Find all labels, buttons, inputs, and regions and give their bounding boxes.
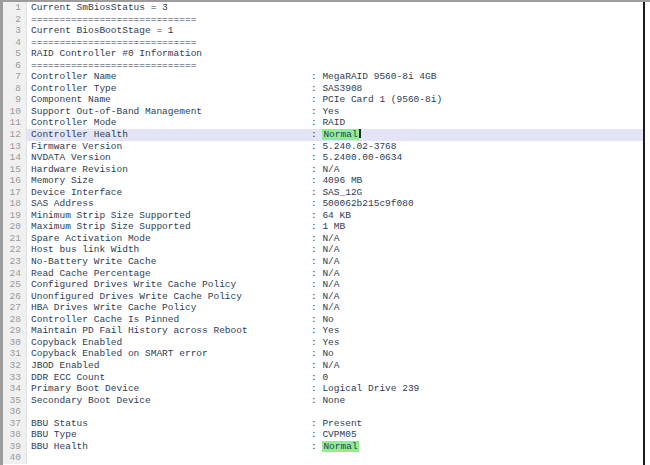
code-line[interactable]: 3 Current BiosBootStage = 1 [3, 25, 643, 37]
code-line[interactable]: 34 Primary Boot Device: Logical Drive 23… [3, 383, 643, 395]
text-viewer-pane[interactable]: 1 Current SmBiosStatus = 3 2 ===========… [0, 2, 645, 465]
line-number: 3 [3, 25, 27, 37]
field-value: PCIe Card 1 (9560-8i) [322, 94, 442, 105]
field-label: Controller Mode [31, 117, 311, 129]
field-value: CVPM05 [322, 429, 356, 440]
line-number: 35 [3, 395, 27, 407]
field-label: Controller Cache Is Pinned [31, 314, 311, 326]
field-value: N/A [322, 164, 339, 175]
line-number: 15 [3, 164, 27, 176]
line-number: 31 [3, 348, 27, 360]
field-label: NVDATA Version [31, 152, 311, 164]
code-line[interactable]: 36 [3, 406, 643, 418]
line-number: 10 [3, 106, 27, 118]
line-content: Controller Cache Is Pinned: No [27, 314, 643, 326]
line-content: Maximum Strip Size Supported: 1 MB [27, 221, 643, 233]
field-label: Copyback Enabled [31, 337, 311, 349]
code-line[interactable]: 25 Configured Drives Write Cache Policy:… [3, 279, 643, 291]
line-content: BBU Type: CVPM05 [27, 429, 643, 441]
code-line[interactable]: 35 Secondary Boot Device: None [3, 395, 643, 407]
line-number: 8 [3, 83, 27, 95]
code-line[interactable]: 10 Support Out-of-Band Management: Yes [3, 106, 643, 118]
code-line[interactable]: 32 JBOD Enabled: N/A [3, 360, 643, 372]
code-line[interactable]: 2 ============================= [3, 14, 643, 26]
code-line[interactable]: 21 Spare Activation Mode: N/A [3, 233, 643, 245]
line-content: ============================= [27, 14, 643, 26]
field-label: Primary Boot Device [31, 383, 311, 395]
log-viewer-window: 1 Current SmBiosStatus = 3 2 ===========… [0, 0, 650, 465]
code-line[interactable]: 6 ============================= [3, 60, 643, 72]
field-label: Maximum Strip Size Supported [31, 221, 311, 233]
field-label: Spare Activation Mode [31, 233, 311, 245]
line-content: HBA Drives Write Cache Policy: N/A [27, 302, 643, 314]
code-line[interactable]: 12 Controller Health: Normal [3, 129, 643, 141]
code-line[interactable]: 38 BBU Type: CVPM05 [3, 429, 643, 441]
field-label: Firmware Version [31, 141, 311, 153]
code-line[interactable]: 33 DDR ECC Count: 0 [3, 372, 643, 384]
field-value: 500062b215c9f080 [322, 198, 413, 209]
field-label: Controller Health [31, 129, 311, 141]
code-line[interactable]: 18 SAS Address: 500062b215c9f080 [3, 198, 643, 210]
code-line[interactable]: 28 Controller Cache Is Pinned: No [3, 314, 643, 326]
line-number: 40 [3, 452, 27, 464]
line-content: Current SmBiosStatus = 3 [27, 2, 643, 14]
code-line[interactable]: 19 Minimum Strip Size Supported: 64 KB [3, 210, 643, 222]
code-line[interactable]: 23 No-Battery Write Cache: N/A [3, 256, 643, 268]
field-value: Normal [322, 441, 358, 452]
field-value: N/A [322, 360, 339, 371]
code-line[interactable]: 4 ============================= [3, 37, 643, 49]
code-line[interactable]: 27 HBA Drives Write Cache Policy: N/A [3, 302, 643, 314]
line-content: Minimum Strip Size Supported: 64 KB [27, 210, 643, 222]
field-value: 0 [322, 372, 328, 383]
line-content: Maintain PD Fail History across Reboot: … [27, 325, 643, 337]
line-content: DDR ECC Count: 0 [27, 372, 643, 384]
code-line[interactable]: 1 Current SmBiosStatus = 3 [3, 2, 643, 14]
code-line[interactable]: 22 Host bus link Width: N/A [3, 244, 643, 256]
line-number: 30 [3, 337, 27, 349]
code-line[interactable]: 26 Unonfigured Drives Write Cache Policy… [3, 291, 643, 303]
line-number: 39 [3, 441, 27, 453]
line-content: Controller Mode: RAID [27, 117, 643, 129]
code-line[interactable]: 40 [3, 452, 643, 464]
code-line[interactable]: 5 RAID Controller #0 Information [3, 48, 643, 60]
line-number: 28 [3, 314, 27, 326]
code-line[interactable]: 13 Firmware Version: 5.240.02-3768 [3, 141, 643, 153]
field-label: Configured Drives Write Cache Policy [31, 279, 311, 291]
field-value: SAS_12G [322, 187, 362, 198]
field-value: 64 KB [322, 210, 351, 221]
line-content: Copyback Enabled: Yes [27, 337, 643, 349]
field-label: Copyback Enabled on SMART error [31, 348, 311, 360]
field-label: Support Out-of-Band Management [31, 106, 311, 118]
code-line[interactable]: 31 Copyback Enabled on SMART error: No [3, 348, 643, 360]
line-content: Copyback Enabled on SMART error: No [27, 348, 643, 360]
field-label: Unonfigured Drives Write Cache Policy [31, 291, 311, 303]
line-content: Firmware Version: 5.240.02-3768 [27, 141, 643, 153]
line-number: 9 [3, 94, 27, 106]
code-line[interactable]: 20 Maximum Strip Size Supported: 1 MB [3, 221, 643, 233]
line-number: 25 [3, 279, 27, 291]
line-content: Current BiosBootStage = 1 [27, 25, 643, 37]
field-label: Secondary Boot Device [31, 395, 311, 407]
code-line[interactable]: 37 BBU Status: Present [3, 418, 643, 430]
code-line[interactable]: 39 BBU Health: Normal [3, 441, 643, 453]
field-label: BBU Health [31, 441, 311, 453]
code-line[interactable]: 11 Controller Mode: RAID [3, 117, 643, 129]
code-line[interactable]: 9 Component Name: PCIe Card 1 (9560-8i) [3, 94, 643, 106]
code-line[interactable]: 7 Controller Name: MegaRAID 9560-8i 4GB [3, 71, 643, 83]
field-value: N/A [322, 233, 339, 244]
line-number: 11 [3, 117, 27, 129]
line-content [27, 406, 643, 418]
code-line[interactable]: 24 Read Cache Percentage: N/A [3, 268, 643, 280]
code-line[interactable]: 17 Device Interface: SAS_12G [3, 187, 643, 199]
code-line[interactable]: 15 Hardware Revision: N/A [3, 164, 643, 176]
code-line[interactable]: 30 Copyback Enabled: Yes [3, 337, 643, 349]
field-value: RAID [322, 117, 345, 128]
line-number: 36 [3, 406, 27, 418]
code-line[interactable]: 8 Controller Type: SAS3908 [3, 83, 643, 95]
line-content: Primary Boot Device: Logical Drive 239 [27, 383, 643, 395]
code-line[interactable]: 29 Maintain PD Fail History across Reboo… [3, 325, 643, 337]
field-value: N/A [322, 268, 339, 279]
code-line[interactable]: 14 NVDATA Version: 5.2400.00-0634 [3, 152, 643, 164]
code-line[interactable]: 16 Memory Size: 4096 MB [3, 175, 643, 187]
field-label: Controller Name [31, 71, 311, 83]
